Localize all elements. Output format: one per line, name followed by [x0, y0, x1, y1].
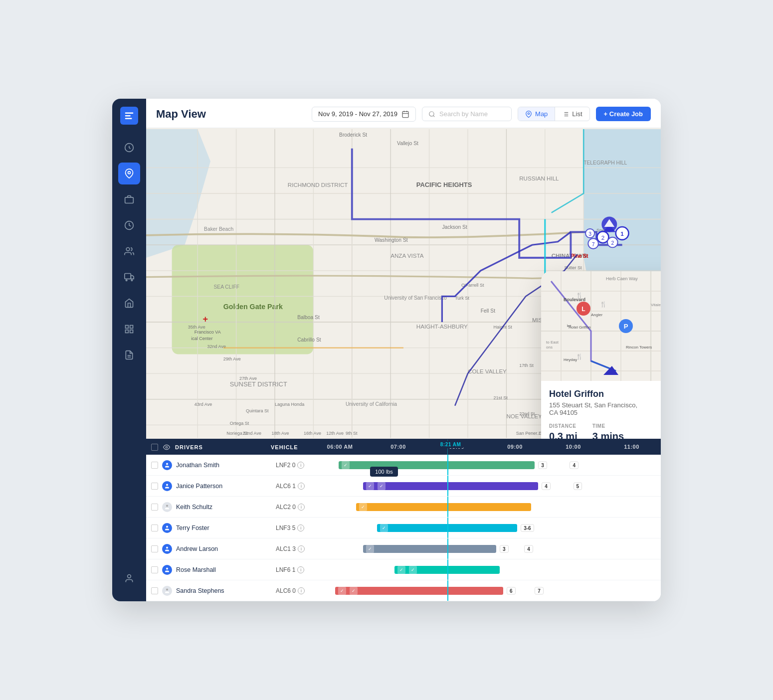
- select-all-checkbox[interactable]: [151, 444, 158, 451]
- svg-rect-12: [126, 330, 129, 333]
- info-icon[interactable]: i: [298, 545, 305, 552]
- svg-point-153: [166, 567, 168, 569]
- search-box[interactable]: Search by Name: [422, 107, 512, 121]
- view-list-label: List: [572, 110, 582, 118]
- svg-text:SEA CLIFF: SEA CLIFF: [213, 284, 239, 290]
- svg-text:Pine St: Pine St: [571, 253, 588, 259]
- search-placeholder: Search by Name: [439, 110, 488, 118]
- svg-text:18th Ave: 18th Ave: [272, 431, 289, 436]
- svg-text:Turk St: Turk St: [455, 296, 469, 301]
- vehicle-label: LNF2 0i: [276, 462, 306, 469]
- route-badge: 3: [500, 545, 509, 552]
- svg-text:17th St: 17th St: [519, 363, 534, 368]
- time-label-4: 10:00: [544, 444, 602, 451]
- gantt-header: DRIVERS VEHICLE 06:00 AM 07:00 08:00 09:…: [146, 440, 661, 455]
- gantt-bar[interactable]: ✓✓: [335, 587, 503, 595]
- svg-text:Baker Beach: Baker Beach: [204, 226, 233, 232]
- info-icon[interactable]: i: [298, 504, 305, 511]
- view-map-btn[interactable]: Map: [518, 107, 555, 121]
- svg-rect-11: [130, 330, 133, 333]
- gantt-header-times: 06:00 AM 07:00 08:00 09:00 10:00 11:00 8…: [311, 440, 661, 455]
- info-icon[interactable]: i: [297, 462, 304, 469]
- avatar: [162, 565, 172, 575]
- svg-text:7: 7: [592, 242, 595, 247]
- row-checkbox[interactable]: [151, 483, 158, 490]
- svg-text:29th Ave: 29th Ave: [223, 356, 241, 361]
- vehicle-label: ALC2 0i: [276, 504, 306, 511]
- row-checkbox[interactable]: [151, 504, 158, 511]
- sidebar-item-dashboard[interactable]: [118, 137, 140, 159]
- vehicle-label: LNF3 5i: [276, 525, 306, 531]
- gantt-bar[interactable]: ✓✓: [363, 482, 538, 490]
- sidebar-item-locations[interactable]: [118, 292, 140, 314]
- route-badge: 5: [574, 482, 582, 490]
- row-checkbox[interactable]: [151, 462, 158, 469]
- sidebar-item-jobs[interactable]: [118, 188, 140, 210]
- svg-text:Rincon Towers: Rincon Towers: [626, 345, 652, 350]
- sidebar-item-profile[interactable]: [118, 567, 140, 589]
- gantt-bars: ✓100 lbs34: [311, 455, 661, 475]
- svg-text:+: +: [203, 314, 208, 324]
- svg-rect-5: [125, 197, 134, 203]
- row-checkbox[interactable]: [151, 566, 158, 573]
- svg-text:Vitale: Vitale: [651, 303, 661, 307]
- info-icon[interactable]: i: [297, 525, 304, 531]
- svg-text:Heyday: Heyday: [564, 357, 577, 362]
- time-label-3: 09:00: [486, 444, 544, 451]
- time-label-0: 06:00 AM: [311, 444, 369, 451]
- driver-name: Keith Schultz: [176, 504, 272, 511]
- svg-point-149: [166, 484, 168, 486]
- view-list-btn[interactable]: List: [555, 107, 589, 121]
- table-row: Keith SchultzALC2 0i✓: [146, 497, 661, 518]
- create-job-label: + Create Job: [604, 110, 643, 118]
- svg-text:Cabrillo St: Cabrillo St: [297, 337, 321, 343]
- gantt-bar[interactable]: ✓: [356, 503, 531, 511]
- svg-text:PACIFIC HEIGHTS: PACIFIC HEIGHTS: [416, 181, 472, 188]
- table-row: Jonathan SmithLNF2 0i✓100 lbs34: [146, 455, 661, 476]
- info-icon[interactable]: i: [298, 587, 305, 594]
- sidebar-item-grid[interactable]: [118, 318, 140, 340]
- date-picker[interactable]: Nov 9, 2019 - Nov 27, 2019: [312, 107, 416, 122]
- row-checkbox[interactable]: [151, 525, 158, 531]
- table-row: Janice PattersonALC6 1i✓✓45: [146, 476, 661, 497]
- route-badge: 3: [538, 461, 547, 469]
- create-job-button[interactable]: + Create Job: [596, 107, 651, 121]
- svg-text:Noriega St: Noriega St: [226, 431, 248, 436]
- time-label-5: 11:00: [602, 444, 661, 451]
- svg-text:32nd Ave: 32nd Ave: [207, 344, 226, 349]
- gantt-bar[interactable]: ✓: [363, 545, 496, 553]
- main-content: Map View Nov 9, 2019 - Nov 27, 2019 Sear…: [146, 99, 661, 601]
- svg-text:ical Center: ical Center: [191, 336, 212, 341]
- location-address: 155 Steuart St, San Francisco, CA 94105: [549, 401, 661, 416]
- svg-text:COLE VALLEY: COLE VALLEY: [468, 368, 507, 374]
- gantt-bar[interactable]: ✓: [339, 461, 535, 469]
- map-area[interactable]: Golden Gate Park: [146, 128, 661, 439]
- info-icon[interactable]: i: [298, 483, 305, 490]
- svg-point-20: [429, 112, 434, 116]
- sidebar-logo[interactable]: [120, 107, 138, 125]
- svg-point-7: [126, 247, 130, 251]
- gantt-bars: ✓: [311, 497, 661, 517]
- time-label-1: 07:00: [369, 444, 427, 451]
- driver-name: Rose Marshall: [176, 566, 272, 573]
- gantt-bars: ✓3-6: [311, 518, 661, 538]
- info-icon[interactable]: i: [297, 566, 304, 573]
- distance-label: DISTANCE: [549, 423, 578, 429]
- sidebar-item-team[interactable]: [118, 240, 140, 262]
- sidebar-item-schedule[interactable]: [118, 214, 140, 236]
- gantt-bars: ✓✓: [311, 559, 661, 580]
- svg-text:12th Ave: 12th Ave: [326, 431, 344, 436]
- sidebar-item-vehicles[interactable]: [118, 266, 140, 288]
- svg-rect-8: [125, 273, 131, 279]
- sidebar: [112, 99, 146, 601]
- svg-text:L: L: [581, 306, 585, 313]
- date-range-text: Nov 9, 2019 - Nov 27, 2019: [318, 110, 397, 118]
- row-checkbox[interactable]: [151, 587, 158, 594]
- row-checkbox[interactable]: [151, 545, 158, 552]
- current-time-line: [447, 497, 448, 517]
- mobile-card-content: Hotel Griffon 155 Steuart St, San Franci…: [541, 381, 661, 439]
- route-badge: 7: [535, 587, 544, 594]
- svg-text:21st St: 21st St: [494, 395, 508, 400]
- sidebar-item-documents[interactable]: [118, 344, 140, 366]
- sidebar-item-map[interactable]: [118, 163, 140, 184]
